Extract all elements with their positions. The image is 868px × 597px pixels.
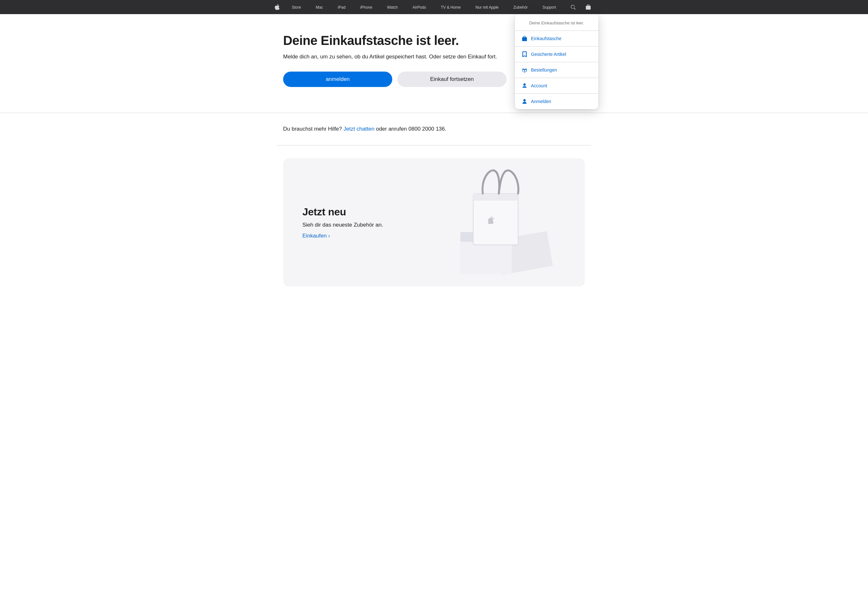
cart-dropdown-orders-link[interactable]: Bestellungen [515,62,598,78]
account-icon [521,83,528,89]
section-divider-2 [277,145,591,146]
cart-nav-link[interactable] [583,4,593,10]
svg-point-0 [523,99,526,101]
cart-dropdown-account: Account [515,78,598,94]
help-section: Du brauchst mehr Hilfe? Jetzt chatten od… [277,126,591,145]
bag-icon [521,35,528,42]
cart-empty-label: Deine Einkaufstasche ist leer. [515,14,598,31]
nav-nur-mit-apple[interactable]: Nur mit Apple [473,5,501,10]
nav-watch[interactable]: Watch [385,5,401,10]
cart-dropdown-orders-label: Bestellungen [531,67,557,73]
cart-dropdown-saved: Gesicherte Artikel [515,46,598,62]
main-nav: Store Mac iPad iPhone Watch AirPods TV &… [0,0,868,14]
login-button[interactable]: anmelden [283,71,392,87]
cart-dropdown-account-link[interactable]: Account [515,78,598,94]
cart-dropdown-saved-label: Gesicherte Artikel [531,52,566,57]
cart-dropdown-bag-link[interactable]: Einkaufstasche [515,31,598,46]
nav-ipad[interactable]: iPad [335,5,348,10]
promo-description: Sieh dir das neueste Zubehör an. [302,222,400,228]
nav-mac[interactable]: Mac [313,5,326,10]
nav-iphone[interactable]: iPhone [358,5,375,10]
cart-dropdown-bag-label: Einkaufstasche [531,36,562,41]
cart-dropdown-list: Einkaufstasche Gesicherte Artikel [515,31,598,109]
cart-dropdown-orders: Bestellungen [515,62,598,78]
cart-dropdown-account-label: Account [531,83,547,88]
bag-nav-icon [586,4,591,10]
cart-dropdown-signin-label: Anmelden [531,99,551,104]
promo-text-area: Jetzt neu Sieh dir das neueste Zubehör a… [283,187,419,258]
promo-section: Jetzt neu Sieh dir das neueste Zubehör a… [277,158,591,287]
promo-title: Jetzt neu [302,206,400,218]
person-icon [521,98,528,105]
section-divider [0,113,868,113]
nav-support[interactable]: Support [540,5,559,10]
cart-dropdown-saved-link[interactable]: Gesicherte Artikel [515,46,598,62]
search-nav-link[interactable] [568,5,578,10]
promo-banner: Jetzt neu Sieh dir das neueste Zubehör a… [283,158,585,287]
cart-dropdown: Deine Einkaufstasche ist leer. Einkaufst… [515,14,598,109]
help-prefix: Du brauchst mehr Hilfe? [283,126,342,132]
nav-store[interactable]: Store [289,5,304,10]
promo-cta-link[interactable]: Einkaufen › [302,233,330,239]
continue-shopping-button[interactable]: Einkauf fortsetzen [397,71,507,87]
bookmark-icon [521,51,528,58]
help-suffix-text: oder anrufen 0800 2000 136. [376,126,446,132]
svg-rect-5 [473,193,518,200]
search-icon [571,5,575,10]
nav-apple-logo[interactable] [275,0,279,15]
nav-airpods[interactable]: AirPods [410,5,428,10]
promo-image [419,158,585,287]
apple-bag-illustration [441,162,563,284]
cart-dropdown-signin: Anmelden [515,94,598,109]
box-icon [521,67,528,73]
nav-zubehor[interactable]: Zubehör [511,5,530,10]
cart-dropdown-signin-link[interactable]: Anmelden [515,94,598,109]
cart-dropdown-bag: Einkaufstasche [515,31,598,46]
chat-link[interactable]: Jetzt chatten [343,126,374,132]
svg-rect-4 [473,193,518,245]
nav-tv-home[interactable]: TV & Home [438,5,463,10]
